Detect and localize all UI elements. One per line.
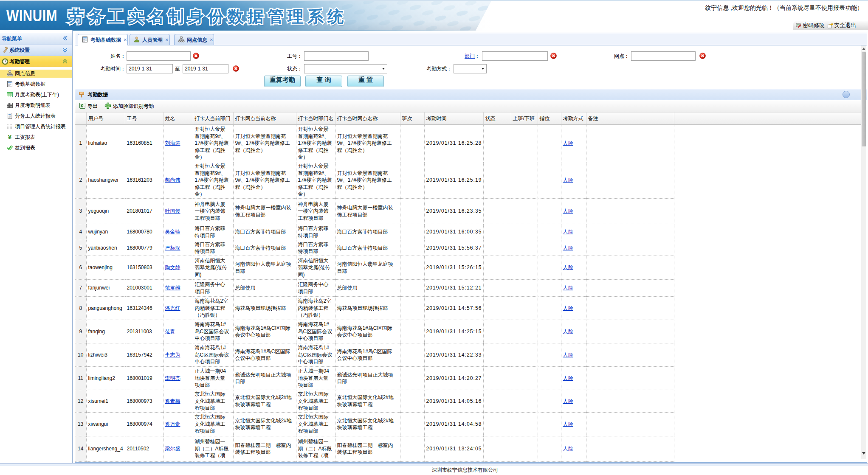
svg-text:¥: ¥: [8, 134, 12, 141]
